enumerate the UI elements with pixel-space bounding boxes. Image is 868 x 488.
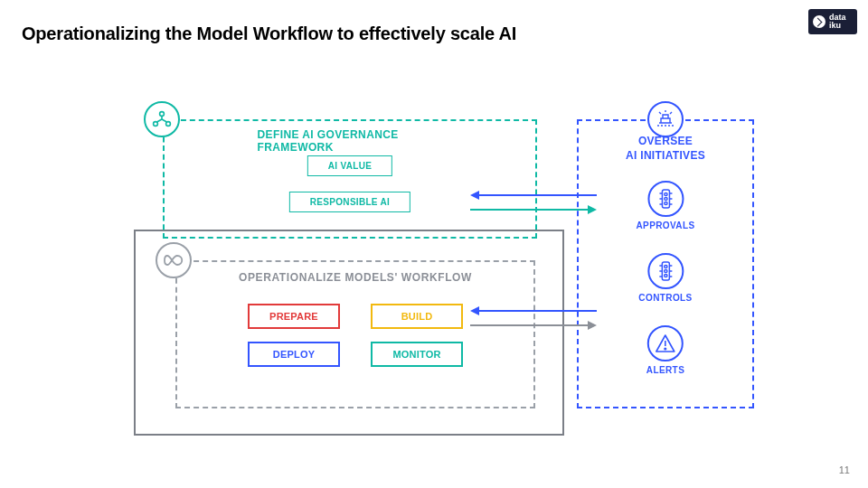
svg-point-10 [160,112,165,117]
dataiku-logo: dataiku [808,9,857,34]
alert-triangle-icon [647,325,684,361]
chip-build: BUILD [371,304,463,329]
traffic-light-icon [647,253,684,289]
oversee-heading-line2: AI INITIATIVES [626,149,705,162]
oversee-icon [647,101,684,137]
page-number: 11 [839,465,850,475]
governance-heading: DEFINE AI GOVERNANCE FRAMEWORK [258,128,443,154]
slide-title: Operationalizing the Model Workflow to e… [22,23,516,44]
svg-point-6 [664,269,666,272]
models-heading: OPERATIONALIZE MODELS' WORKFLOW [239,271,472,284]
svg-point-1 [664,192,666,195]
oversee-heading: OVERSEE AI INITIATIVES [626,134,705,163]
chip-monitor: MONITOR [371,342,463,367]
oversee-item-approvals: APPROVALS [636,181,694,230]
chip-responsible-ai: RESPONSIBLE AI [289,192,410,212]
chip-ai-value: AI VALUE [307,155,392,176]
oversee-item-controls: CONTROLS [638,253,692,303]
logo-text: dataiku [829,14,846,30]
oversee-item-alerts: ALERTS [646,325,684,375]
oversee-label-alerts: ALERTS [646,365,684,375]
infinity-icon [156,242,192,278]
svg-point-5 [664,265,666,267]
hierarchy-icon [144,101,180,137]
oversee-label-controls: CONTROLS [638,293,692,303]
svg-point-3 [664,202,666,204]
logo-bird-icon [813,15,826,28]
svg-point-2 [664,197,666,200]
models-workflow-box: OPERATIONALIZE MODELS' WORKFLOW PREPARE … [175,260,535,408]
oversee-label-approvals: APPROVALS [636,221,694,230]
governance-box: DEFINE AI GOVERNANCE FRAMEWORK AI VALUE … [163,119,537,239]
chip-prepare: PREPARE [248,304,340,329]
traffic-light-icon [647,181,684,217]
svg-point-7 [664,274,666,277]
svg-point-9 [665,348,666,350]
chip-deploy: DEPLOY [248,342,340,367]
oversee-box: OVERSEE AI INITIATIVES APPROVALS CONTROL… [577,119,754,408]
